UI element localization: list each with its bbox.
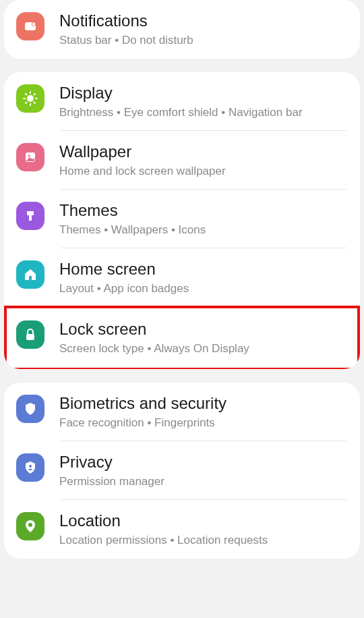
row-biometrics[interactable]: Biometrics and security Face recognition…	[4, 383, 360, 441]
row-content: Privacy Permission manager	[59, 452, 348, 489]
svg-line-11	[34, 94, 36, 95]
row-title: Themes	[59, 200, 348, 221]
row-title: Lock screen	[59, 319, 348, 339]
row-subtitle: Status bar • Do not disturb	[59, 33, 348, 48]
shield-icon	[16, 395, 44, 423]
row-subtitle: Home and lock screen wallpaper	[59, 164, 348, 179]
row-title: Biometrics and security	[59, 393, 348, 414]
row-themes[interactable]: Themes Themes • Wallpapers • Icons	[4, 190, 360, 248]
svg-point-17	[28, 523, 32, 527]
row-title: Location	[59, 511, 348, 531]
svg-line-8	[26, 94, 27, 95]
row-content: Wallpaper Home and lock screen wallpaper	[59, 142, 348, 179]
lock-icon	[16, 320, 44, 349]
row-privacy[interactable]: Privacy Permission manager	[4, 441, 360, 500]
row-subtitle: Layout • App icon badges	[59, 281, 348, 296]
row-location[interactable]: Location Location permissions • Location…	[4, 500, 360, 559]
row-title: Wallpaper	[59, 142, 348, 162]
svg-point-3	[27, 95, 34, 102]
row-notifications[interactable]: Notifications Status bar • Do not distur…	[4, 0, 360, 59]
brush-icon	[16, 202, 44, 230]
row-content: Themes Themes • Wallpapers • Icons	[59, 200, 348, 237]
pin-icon	[16, 512, 44, 540]
svg-rect-15	[26, 334, 34, 340]
row-subtitle: Themes • Wallpapers • Icons	[59, 223, 348, 237]
svg-point-13	[28, 155, 30, 157]
row-title: Notifications	[59, 11, 348, 31]
settings-group-1: Notifications Status bar • Do not distur…	[4, 0, 360, 59]
home-icon	[16, 260, 44, 289]
notifications-icon	[16, 12, 44, 40]
svg-line-10	[26, 103, 27, 104]
row-display[interactable]: Display Brightness • Eye comfort shield …	[4, 72, 360, 131]
row-content: Home screen Layout • App icon badges	[59, 259, 348, 296]
row-lockscreen[interactable]: Lock screen Screen lock type • Always On…	[4, 306, 360, 368]
svg-line-9	[34, 103, 36, 104]
row-subtitle: Brightness • Eye comfort shield • Naviga…	[59, 105, 348, 120]
settings-group-3: Biometrics and security Face recognition…	[4, 383, 360, 559]
privacy-icon	[16, 453, 44, 482]
row-homescreen[interactable]: Home screen Layout • App icon badges	[4, 248, 360, 307]
row-title: Display	[59, 83, 348, 103]
row-subtitle: Screen lock type • Always On Display	[59, 341, 348, 356]
settings-group-2: Display Brightness • Eye comfort shield …	[4, 72, 360, 368]
row-content: Display Brightness • Eye comfort shield …	[59, 83, 348, 120]
picture-icon	[16, 143, 44, 171]
row-content: Notifications Status bar • Do not distur…	[59, 11, 348, 48]
svg-rect-14	[29, 276, 32, 280]
row-title: Home screen	[59, 259, 348, 279]
svg-point-16	[29, 465, 32, 468]
row-subtitle: Location permissions • Location requests	[59, 533, 348, 548]
row-content: Lock screen Screen lock type • Always On…	[59, 319, 348, 356]
row-subtitle: Permission manager	[59, 474, 348, 489]
svg-point-2	[32, 23, 35, 26]
row-content: Biometrics and security Face recognition…	[59, 393, 348, 430]
row-wallpaper[interactable]: Wallpaper Home and lock screen wallpaper	[4, 131, 360, 190]
row-content: Location Location permissions • Location…	[59, 511, 348, 548]
row-title: Privacy	[59, 452, 348, 472]
sun-icon	[16, 84, 44, 113]
row-subtitle: Face recognition • Fingerprints	[59, 416, 348, 430]
